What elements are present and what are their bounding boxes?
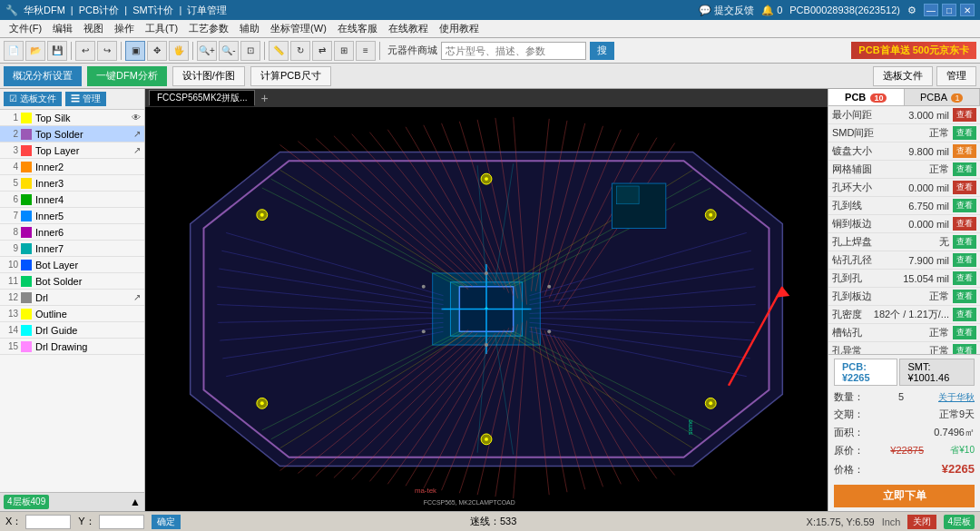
grid-btn[interactable]: ⊞ bbox=[334, 41, 354, 61]
pan-btn[interactable]: 🖐 bbox=[169, 41, 189, 61]
canvas-tab-main[interactable]: FCCSP565MK2拼版... bbox=[149, 90, 255, 106]
menu-tutorial[interactable]: 在线教程 bbox=[383, 21, 434, 36]
layer-item[interactable]: 4 Inner2 bbox=[0, 159, 144, 175]
expand-icon[interactable]: ▲ bbox=[130, 496, 141, 508]
layer-item[interactable]: 9 Inner7 bbox=[0, 241, 144, 257]
y-input[interactable] bbox=[99, 515, 144, 529]
notification-icon[interactable]: 🔔 0 bbox=[761, 5, 782, 16]
comp-search-btn[interactable]: 搜 bbox=[590, 42, 614, 60]
comp-search-input[interactable] bbox=[441, 42, 586, 60]
layer-item[interactable]: 11 Bot Solder bbox=[0, 273, 144, 290]
redo-btn[interactable]: ↪ bbox=[97, 41, 117, 61]
settings-icon[interactable]: ⚙ bbox=[907, 5, 916, 16]
open-btn[interactable]: 📂 bbox=[25, 41, 45, 61]
check-btn[interactable]: 查看 bbox=[953, 290, 976, 303]
check-btn[interactable]: 查看 bbox=[953, 253, 976, 267]
new-btn[interactable]: 📄 bbox=[4, 41, 24, 61]
check-btn[interactable]: 查看 bbox=[953, 181, 976, 194]
layer-color bbox=[21, 260, 32, 270]
check-btn[interactable]: 查看 bbox=[953, 108, 976, 122]
layer-item[interactable]: 2 Top Solder ↗ bbox=[0, 126, 144, 143]
feedback-btn[interactable]: 💬 提交反馈 bbox=[699, 4, 754, 17]
eye-icon: 👁 bbox=[132, 113, 141, 123]
manage-layers-btn[interactable]: ☰ 管理 bbox=[65, 92, 106, 106]
menu-online[interactable]: 在线客服 bbox=[332, 21, 383, 36]
filter-file-btn[interactable]: 选板文件 bbox=[873, 66, 933, 86]
layer-btn[interactable]: ≡ bbox=[356, 41, 376, 61]
layer-item[interactable]: 12 Drl ↗ bbox=[0, 290, 144, 306]
layer-num: 8 bbox=[4, 227, 18, 237]
tab-pcb[interactable]: PCB 10 bbox=[828, 89, 905, 105]
ad-banner[interactable]: PCB首单送 500元京东卡 bbox=[851, 42, 976, 59]
layer-item[interactable]: 7 Inner5 bbox=[0, 208, 144, 224]
undo-btn[interactable]: ↩ bbox=[75, 41, 95, 61]
layer-item[interactable]: 13 Outline bbox=[0, 306, 144, 322]
layer-item[interactable]: 3 Top Layer ↗ bbox=[0, 143, 144, 159]
check-btn[interactable]: 查看 bbox=[953, 126, 976, 140]
discount-text: 省¥10 bbox=[950, 443, 975, 457]
menu-edit[interactable]: 编辑 bbox=[47, 21, 78, 36]
menu-file[interactable]: 文件(F) bbox=[4, 21, 47, 36]
manage-btn[interactable]: 管理 bbox=[936, 66, 976, 86]
check-item: 孔到板边 正常 查看 bbox=[828, 288, 980, 306]
quote-tab-smt[interactable]: SMT:¥1001.46 bbox=[899, 359, 975, 386]
measure-btn[interactable]: 📏 bbox=[269, 41, 289, 61]
select-file-btn[interactable]: ☑ 选板文件 bbox=[4, 92, 62, 106]
layer-item[interactable]: 5 Inner3 bbox=[0, 175, 144, 192]
layer-name: Bot Layer bbox=[35, 260, 141, 270]
check-btn[interactable]: 查看 bbox=[953, 217, 976, 231]
tab-pcb-size[interactable]: 计算PCB尺寸 bbox=[250, 66, 331, 86]
rotate-btn[interactable]: ↻ bbox=[290, 41, 310, 61]
layer-item[interactable]: 8 Inner6 bbox=[0, 224, 144, 241]
menu-tools[interactable]: 工具(T) bbox=[140, 21, 183, 36]
check-btn[interactable]: 查看 bbox=[953, 144, 976, 158]
action-bar-right: 选板文件 管理 bbox=[873, 66, 976, 86]
menu-operate[interactable]: 操作 bbox=[109, 21, 140, 36]
quote-tab-pcb[interactable]: PCB:¥2265 bbox=[834, 359, 897, 386]
check-value: 正常 bbox=[929, 344, 949, 354]
layer-item[interactable]: 14 Drl Guide bbox=[0, 322, 144, 339]
check-btn[interactable]: 查看 bbox=[953, 199, 976, 212]
layer-item[interactable]: 6 Inner4 bbox=[0, 192, 144, 208]
zoom-in-btn[interactable]: 🔍+ bbox=[197, 41, 217, 61]
order-btn[interactable]: 立即下单 bbox=[834, 485, 975, 507]
check-btn[interactable]: 查看 bbox=[953, 326, 976, 339]
status-bar: X： Y： 确定 迷线：533 X:15.75, Y:6.59 Inch 关闭 … bbox=[0, 511, 980, 531]
menu-usage[interactable]: 使用教程 bbox=[434, 21, 485, 36]
layer-item[interactable]: 15 Drl Drawing bbox=[0, 339, 144, 355]
move-btn[interactable]: ✥ bbox=[147, 41, 167, 61]
x-input[interactable] bbox=[25, 515, 71, 529]
save-btn[interactable]: 💾 bbox=[47, 41, 67, 61]
minimize-btn[interactable]: — bbox=[924, 4, 938, 16]
tab-design[interactable]: 设计图/作图 bbox=[172, 66, 245, 86]
layer-item[interactable]: 1 Top Silk 👁 bbox=[0, 110, 144, 126]
zoom-fit-btn[interactable]: ⊡ bbox=[240, 41, 260, 61]
confirm-btn[interactable]: 确定 bbox=[152, 515, 181, 529]
check-btn[interactable]: 查看 bbox=[953, 235, 976, 249]
menu-mgmt[interactable]: 坐标管理(W) bbox=[265, 21, 332, 36]
tab-pcba[interactable]: PCBA 1 bbox=[905, 89, 981, 105]
flip-btn[interactable]: ⇄ bbox=[312, 41, 332, 61]
svg-point-95 bbox=[709, 213, 712, 217]
select-btn[interactable]: ▣ bbox=[125, 41, 145, 61]
dfm-settings-btn[interactable]: 概况分析设置 bbox=[4, 66, 82, 86]
check-btn[interactable]: 查看 bbox=[953, 162, 976, 176]
menu-view[interactable]: 视图 bbox=[78, 21, 109, 36]
check-btn[interactable]: 查看 bbox=[953, 344, 976, 354]
add-canvas-tab-btn[interactable]: + bbox=[257, 91, 271, 105]
about-link[interactable]: 关于华秋 bbox=[938, 390, 975, 405]
zoom-out-btn[interactable]: 🔍- bbox=[219, 41, 239, 61]
app-icon: 🔧 bbox=[5, 5, 18, 16]
menu-assist[interactable]: 辅助 bbox=[234, 21, 265, 36]
maximize-btn[interactable]: □ bbox=[942, 4, 956, 16]
pcb-canvas[interactable]: ma-tek FCCSP565, MK2CLAMPTCOAD some bbox=[145, 107, 828, 511]
menu-params[interactable]: 工艺参数 bbox=[183, 21, 234, 36]
check-label: 槽钻孔 bbox=[832, 326, 929, 339]
close-btn[interactable]: ✕ bbox=[960, 4, 975, 16]
close-layer-btn[interactable]: 关闭 bbox=[907, 515, 936, 529]
check-btn[interactable]: 查看 bbox=[953, 271, 976, 285]
check-btn[interactable]: 查看 bbox=[953, 308, 976, 321]
dfm-analyze-btn[interactable]: 一键DFM分析 bbox=[87, 66, 167, 86]
layer-item[interactable]: 10 Bot Layer bbox=[0, 257, 144, 273]
toolbar-sep: | bbox=[71, 5, 74, 15]
